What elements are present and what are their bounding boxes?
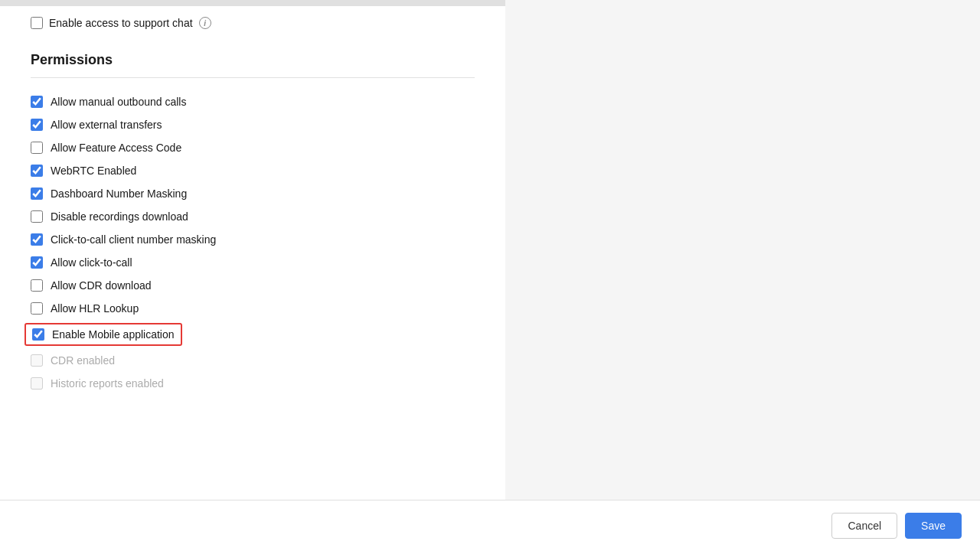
cdr-download-label: Allow CDR download <box>51 279 152 292</box>
disable-recordings-checkbox[interactable] <box>31 210 43 223</box>
top-bar <box>0 0 505 6</box>
external-transfers-checkbox[interactable] <box>31 119 43 131</box>
manual-outbound-label: Allow manual outbound calls <box>51 96 186 108</box>
permission-row-cdr-download: Allow CDR download <box>31 274 475 297</box>
webrtc-label: WebRTC Enabled <box>51 165 136 177</box>
historic-reports-label: Historic reports enabled <box>51 377 164 390</box>
permission-row-external-transfers: Allow external transfers <box>31 113 475 136</box>
external-transfers-label: Allow external transfers <box>51 119 162 131</box>
cdr-enabled-label: CDR enabled <box>51 354 115 367</box>
cdr-download-checkbox[interactable] <box>31 279 43 292</box>
permission-row-manual-outbound: Allow manual outbound calls <box>31 90 475 113</box>
hlr-lookup-label: Allow HLR Lookup <box>51 302 139 315</box>
allow-ctc-checkbox[interactable] <box>31 256 43 269</box>
permission-row-historic-reports: Historic reports enabled <box>31 372 475 395</box>
historic-reports-checkbox[interactable] <box>31 377 43 390</box>
ctc-masking-label: Click-to-call client number masking <box>51 233 216 246</box>
permissions-title: Permissions <box>31 52 475 68</box>
manual-outbound-checkbox[interactable] <box>31 96 43 108</box>
permission-row-mobile-app: Enable Mobile application <box>24 323 182 346</box>
main-content: Enable access to support chat i Permissi… <box>0 0 505 551</box>
feature-access-code-checkbox[interactable] <box>31 142 43 154</box>
mobile-app-label: Enable Mobile application <box>52 328 175 341</box>
footer: Cancel Save <box>0 500 980 551</box>
permission-row-cdr-enabled: CDR enabled <box>31 349 475 372</box>
support-chat-row: Enable access to support chat i <box>0 6 505 52</box>
support-chat-info-icon: i <box>199 17 211 29</box>
hlr-lookup-checkbox[interactable] <box>31 302 43 315</box>
support-chat-checkbox[interactable] <box>31 17 43 29</box>
permissions-divider <box>31 77 475 78</box>
allow-ctc-label: Allow click-to-call <box>51 256 132 269</box>
webrtc-checkbox[interactable] <box>31 165 43 177</box>
permission-row-ctc-masking: Click-to-call client number masking <box>31 228 475 251</box>
support-chat-label: Enable access to support chat <box>49 17 193 29</box>
feature-access-code-label: Allow Feature Access Code <box>51 142 181 154</box>
permission-row-dashboard-masking: Dashboard Number Masking <box>31 182 475 205</box>
dashboard-masking-checkbox[interactable] <box>31 187 43 200</box>
permission-row-allow-ctc: Allow click-to-call <box>31 251 475 274</box>
permissions-section: Permissions Allow manual outbound calls … <box>0 52 505 395</box>
mobile-app-checkbox[interactable] <box>32 328 44 341</box>
cdr-enabled-checkbox[interactable] <box>31 354 43 367</box>
permission-row-feature-access-code: Allow Feature Access Code <box>31 136 475 159</box>
permission-row-webrtc: WebRTC Enabled <box>31 159 475 182</box>
ctc-masking-checkbox[interactable] <box>31 233 43 246</box>
save-button[interactable]: Save <box>905 513 962 539</box>
permission-row-disable-recordings: Disable recordings download <box>31 205 475 228</box>
disable-recordings-label: Disable recordings download <box>51 210 188 223</box>
cancel-button[interactable]: Cancel <box>831 513 897 539</box>
permission-row-hlr-lookup: Allow HLR Lookup <box>31 297 475 320</box>
dashboard-masking-label: Dashboard Number Masking <box>51 187 187 200</box>
